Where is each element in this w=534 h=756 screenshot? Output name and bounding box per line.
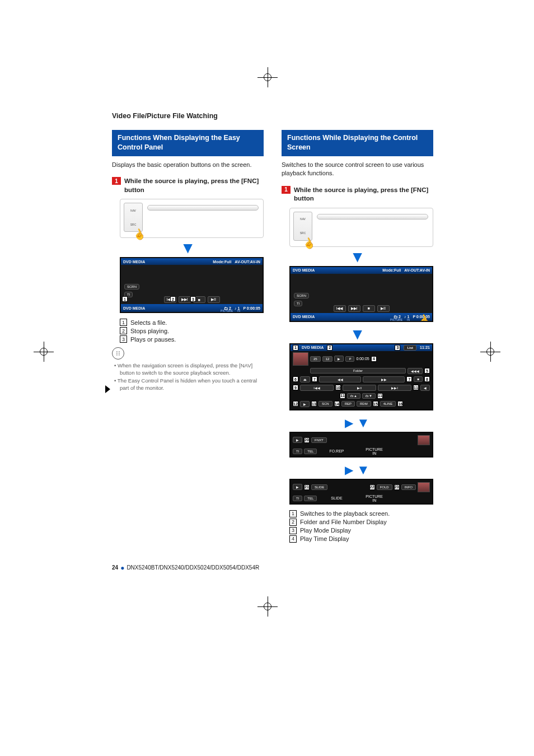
slide-button[interactable]: SLIDE <box>311 484 327 490</box>
callout-15: 15 <box>373 401 378 407</box>
next-tab-button[interactable]: ▶ <box>293 484 302 490</box>
two-column-layout: Functions When Displaying the Easy Contr… <box>112 130 433 547</box>
status-subrow: PICTURE IN <box>390 318 410 321</box>
callout-1: 1 <box>293 345 298 351</box>
fold-button[interactable]: FOLD <box>377 484 392 490</box>
left-step-1: 1 While the source is playing, press the… <box>112 177 264 194</box>
album-art <box>293 352 308 366</box>
eject-button[interactable]: ⏏ <box>300 376 310 382</box>
legend-num: 1 <box>120 319 127 326</box>
callout-4: 4 <box>371 356 377 362</box>
status-picture: PICTURE <box>221 309 233 312</box>
registration-mark-left <box>34 342 54 362</box>
registration-mark-bottom <box>257 596 278 617</box>
legend-num: 4 <box>289 535 297 543</box>
scrn-button[interactable]: SCRN <box>124 284 139 290</box>
folder-row: Folder ◀◀◀ 5 <box>291 367 432 375</box>
screen-statusbar: DVD MEDIA 🗀 2 ♪ 1 P 0:00:05 <box>291 313 432 321</box>
scrn-button[interactable]: SCRN <box>294 293 309 298</box>
legend-row-4: 4 Play Time Display <box>289 535 433 543</box>
legend-row-3: 3 Plays or pauses. <box>120 335 264 343</box>
ti-button[interactable]: TI <box>294 301 302 306</box>
callout-9: 9 <box>293 385 298 390</box>
fnxt-button[interactable]: FNXT <box>311 437 327 443</box>
list-button[interactable]: List <box>404 345 416 351</box>
thumbnail <box>418 482 430 492</box>
tel-button[interactable]: TEL <box>304 496 317 501</box>
play-pause-button[interactable]: ▶II <box>377 305 390 312</box>
scroll-left-button[interactable]: ◀◀◀ <box>407 368 423 374</box>
play-pause-button[interactable]: ▶II <box>343 385 376 391</box>
page-footer: 24 ● DNX5240BT/DNX5240/DDX5024/DDX5054/D… <box>112 564 433 572</box>
next-tab-button[interactable]: ▶ <box>300 401 310 407</box>
tab3-row: ▶ 21 SLIDE 22 FOLD 23 INFO <box>291 480 432 493</box>
next-track-button[interactable]: ▶▶I <box>378 385 411 391</box>
info-button[interactable]: INFO <box>401 484 416 490</box>
folder-down-button[interactable]: 🗀▼ <box>362 393 376 399</box>
legend-text: Play Time Display <box>300 535 349 542</box>
stop-button[interactable]: ■ <box>363 305 375 312</box>
note-item: The Easy Control Panel is hidden when yo… <box>120 377 264 392</box>
step-text: While the source is playing, press the [… <box>124 177 264 194</box>
next-tab-button[interactable]: ▶ <box>293 437 302 443</box>
rdm-button[interactable]: RDM <box>357 401 371 407</box>
callout-17: 17 <box>318 409 324 410</box>
arrow-down-icon: ▼ <box>282 326 433 342</box>
callout-18: 18 <box>347 409 353 410</box>
in-label: IN <box>372 451 376 455</box>
back-tab-button[interactable]: ◀ <box>420 385 430 391</box>
control-button-row: I◀◀ ▶▶I ■ ▶II <box>319 305 404 312</box>
folder-up-button[interactable]: 🗀▲ <box>347 393 360 399</box>
left-heading: Functions When Displaying the Easy Contr… <box>112 130 264 156</box>
ti-button[interactable]: TI <box>293 449 302 454</box>
scn-button[interactable]: SCN <box>318 401 332 407</box>
prev-button[interactable]: I◀◀ <box>334 305 346 312</box>
screen-title: DVD MEDIA <box>293 268 315 272</box>
4line-button[interactable]: 4LINE <box>380 401 396 407</box>
play-pause-button[interactable]: ▶II <box>208 296 220 303</box>
screen-mode: Mode:Full <box>213 260 231 264</box>
rep-button[interactable]: REP <box>341 401 355 407</box>
next-button[interactable]: ▶▶I <box>179 296 191 303</box>
legend-text: Folder and File Number Display <box>300 519 387 525</box>
stop-button[interactable]: ■ <box>414 376 423 382</box>
callout-14: 14 <box>334 401 340 407</box>
device-diagram: NAV SRC ☝ <box>120 199 264 238</box>
callout-11b: 11 <box>340 393 345 399</box>
callout-19: 19 <box>377 409 383 410</box>
right-step-1: 1 While the source is playing, press the… <box>282 186 433 203</box>
registration-mark-top <box>257 67 278 87</box>
arrow-down-icon: ▼ <box>282 249 433 265</box>
tel-button[interactable]: TEL <box>304 449 317 454</box>
rewind-button[interactable]: ◀◀ <box>319 376 361 382</box>
legend-num: 2 <box>289 519 297 526</box>
callout-10: 10 <box>335 385 341 390</box>
section-title: Video File/Picture File Watching <box>112 112 433 120</box>
forward-button[interactable]: ▶▶ <box>363 376 405 382</box>
playmode-indicator: ▶ <box>334 356 344 362</box>
prev-track-button[interactable]: I◀◀ <box>300 385 334 391</box>
ti-button[interactable]: TI <box>293 496 302 501</box>
screen-avout: AV-OUT:AV-IN <box>404 268 430 272</box>
status-in: IN <box>237 309 240 312</box>
callout-20: 20 <box>304 437 310 443</box>
tab2-row: ▶ 20 FNXT <box>291 433 432 446</box>
screen-statusbar: DVD MEDIA 🗀 2 ♪ 1 P 0:00:05 <box>121 304 263 312</box>
forep-label: FO.REP <box>318 449 354 453</box>
status-subrow: PICTURE IN <box>221 309 240 312</box>
callout-8: 8 <box>424 376 430 382</box>
next-tab-icon: ▶ <box>345 463 353 477</box>
step-number-badge: 1 <box>282 186 291 194</box>
legend-text: Plays or pauses. <box>130 336 176 343</box>
tel-button[interactable]: TEL <box>304 409 317 410</box>
ti-button[interactable]: TI <box>293 409 302 410</box>
legend-num: 2 <box>120 327 127 334</box>
legend-text: Selects a file. <box>130 319 167 326</box>
left-legend: 1 Selects a file. 2 Stops playing. 3 Pla… <box>120 319 264 343</box>
callout-22: 22 <box>369 484 375 490</box>
screen-title: DVD MEDIA <box>123 260 145 264</box>
next-button[interactable]: ▶▶I <box>348 305 360 312</box>
picture-button[interactable]: PICTURE <box>354 409 376 410</box>
forep-button[interactable]: FO.REP <box>326 409 345 410</box>
easy-control-screen: DVD MEDIA Mode:Full AV-OUT:AV-IN SCRN TI… <box>120 257 264 313</box>
